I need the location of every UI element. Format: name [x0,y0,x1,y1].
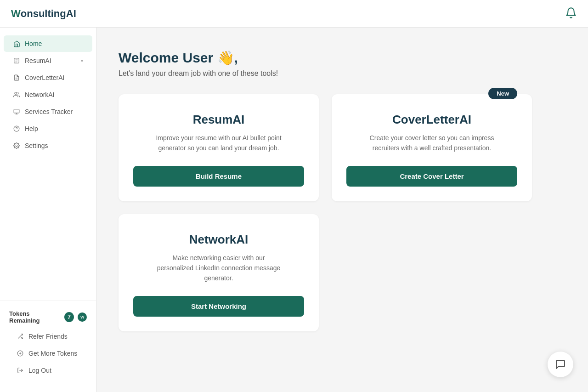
log-out-label: Log Out [28,367,79,374]
notification-bell-icon[interactable] [565,7,577,21]
resumai-icon [13,57,20,64]
coverletterai-card-title: CoverLetterAI [392,113,471,127]
sidebar-nav: Home ResumAI ▾ CoverLetterAI Network [0,35,96,297]
start-networking-button[interactable]: Start Networking [133,296,304,317]
welcome-heading: Welcome User 👋, [119,50,566,66]
refer-friends-label: Refer Friends [28,333,79,340]
settings-icon [13,142,20,149]
networkai-card: NetworkAI Make networking easier with ou… [119,214,319,331]
cards-grid: ResumAI Improve your resume with our AI … [119,94,532,331]
topbar: WonsultingAI [0,0,588,28]
sidebar-item-coverletterai[interactable]: CoverLetterAI [4,69,92,86]
build-resume-button[interactable]: Build Resume [133,166,304,187]
layout: Home ResumAI ▾ CoverLetterAI Network [0,28,588,392]
networkai-card-title: NetworkAI [189,233,249,247]
sidebar-item-resumai[interactable]: ResumAI ▾ [4,52,92,69]
sidebar-item-get-more-tokens[interactable]: Get More Tokens [7,345,89,362]
coverletterai-icon [13,74,20,81]
sidebar-bottom: Tokens Remaining 7 W Refer Friends Get M… [0,301,96,385]
sidebar-item-log-out[interactable]: Log Out [7,362,89,379]
welcome-subheading: Let's land your dream job with one of th… [119,69,566,78]
resumai-card: ResumAI Improve your resume with our AI … [119,94,319,201]
sidebar: Home ResumAI ▾ CoverLetterAI Network [0,28,96,392]
svg-point-6 [15,92,17,95]
sidebar-item-refer-friends[interactable]: Refer Friends [7,328,89,345]
sidebar-item-services-tracker[interactable]: Services Tracker [4,103,92,120]
chat-button[interactable] [548,352,573,377]
tokens-count-badge: 7 [64,312,74,322]
sidebar-item-resumai-label: ResumAI [25,57,76,64]
sidebar-item-home[interactable]: Home [4,35,92,52]
tokens-remaining-label: Tokens Remaining [9,310,61,324]
chevron-down-icon: ▾ [81,58,83,63]
sidebar-item-networkai[interactable]: NetworkAI [4,86,92,103]
svg-point-12 [16,145,17,147]
svg-rect-7 [14,109,19,113]
sidebar-item-settings[interactable]: Settings [4,137,92,154]
networkai-card-desc: Make networking easier with our personal… [154,253,283,283]
networkai-icon [13,91,20,98]
coverletterai-card: New CoverLetterAI Create your cover lett… [332,94,532,201]
sidebar-item-settings-label: Settings [25,142,83,149]
log-out-icon [17,367,24,374]
get-more-tokens-icon [17,350,24,357]
sidebar-item-home-label: Home [25,40,83,47]
tokens-remaining-row: Tokens Remaining 7 W [4,307,92,328]
refer-friends-icon [17,333,24,340]
new-badge: New [488,88,517,99]
get-more-tokens-label: Get More Tokens [28,350,79,357]
token-w-icon: W [78,312,87,322]
sidebar-item-coverletterai-label: CoverLetterAI [25,74,83,81]
help-icon [13,125,20,132]
sidebar-item-help-label: Help [25,125,83,132]
resumai-card-title: ResumAI [193,113,245,127]
resumai-card-desc: Improve your resume with our AI bullet p… [154,133,283,153]
home-icon [13,40,20,47]
services-tracker-icon [13,108,20,115]
coverletterai-card-desc: Create your cover letter so you can impr… [368,133,496,153]
sidebar-item-networkai-label: NetworkAI [25,91,83,98]
create-cover-letter-button[interactable]: Create Cover Letter [346,166,517,187]
sidebar-item-services-tracker-label: Services Tracker [25,108,83,115]
sidebar-item-help[interactable]: Help [4,120,92,137]
logo-text: onsultingAI [21,8,76,19]
main-content: Welcome User 👋, Let's land your dream jo… [96,28,588,392]
logo: WonsultingAI [11,8,76,20]
